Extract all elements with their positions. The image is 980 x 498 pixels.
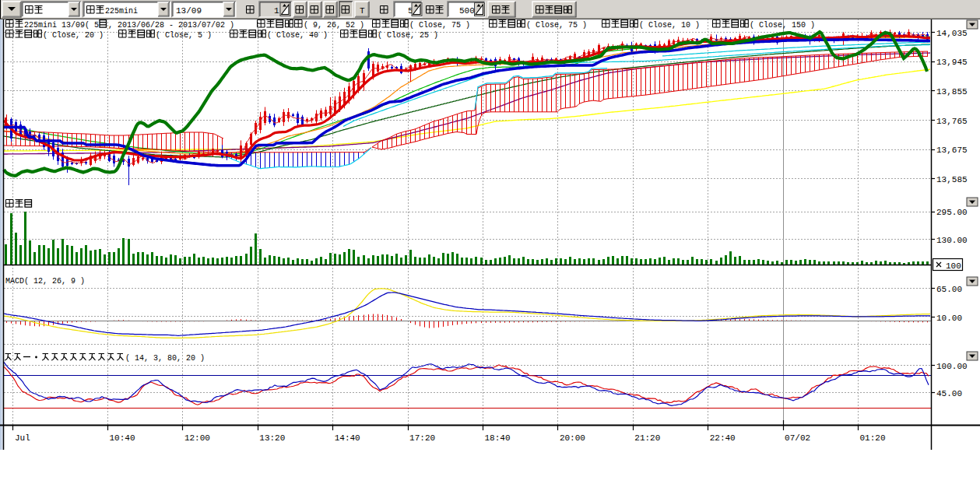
svg-text:100.00: 100.00 — [936, 362, 968, 371]
svg-text:( Close, 150 ): ( Close, 150 ) — [750, 21, 815, 30]
svg-text:500: 500 — [459, 6, 475, 16]
svg-text:, 2013/06/28 - 2013/07/02 ): , 2013/06/28 - 2013/07/02 ) — [108, 21, 234, 30]
svg-text:( Close, 75 ): ( Close, 75 ) — [409, 21, 470, 30]
svg-text:( Close, 75 ): ( Close, 75 ) — [526, 21, 587, 30]
svg-text:14,035: 14,035 — [936, 29, 968, 38]
svg-text:20:00: 20:00 — [560, 433, 585, 443]
svg-text:1: 1 — [274, 6, 279, 16]
svg-text:13,945: 13,945 — [936, 58, 968, 67]
svg-text:225mini: 225mini — [105, 7, 138, 16]
svg-text:13,675: 13,675 — [936, 146, 968, 155]
svg-text:( Close, 40 ): ( Close, 40 ) — [267, 31, 328, 40]
svg-text:13:20: 13:20 — [259, 433, 285, 443]
svg-text:( Close, 10 ): ( Close, 10 ) — [639, 21, 700, 30]
svg-text:Jul: Jul — [15, 433, 30, 443]
svg-text:10:40: 10:40 — [110, 433, 135, 443]
svg-text:22:40: 22:40 — [710, 433, 736, 443]
svg-text:T: T — [360, 6, 365, 16]
svg-text:13/09: 13/09 — [176, 6, 202, 16]
svg-text:10.00: 10.00 — [936, 314, 962, 323]
svg-text:01:20: 01:20 — [860, 433, 886, 443]
svg-text:65.00: 65.00 — [936, 285, 962, 294]
svg-text:14:40: 14:40 — [335, 433, 360, 443]
svg-text:13,855: 13,855 — [936, 87, 968, 96]
svg-text:( 14, 3, 80, 20 ): ( 14, 3, 80, 20 ) — [125, 354, 205, 363]
svg-text:18:40: 18:40 — [485, 433, 511, 443]
svg-text:( Close, 25 ): ( Close, 25 ) — [378, 31, 438, 40]
svg-text:45.00: 45.00 — [936, 389, 962, 398]
svg-text:13,765: 13,765 — [936, 117, 968, 126]
svg-text:17:20: 17:20 — [409, 433, 435, 443]
svg-text:295.00: 295.00 — [936, 208, 968, 217]
svg-text:100: 100 — [946, 261, 961, 271]
svg-text:225mini 13/09( 5: 225mini 13/09( 5 — [24, 21, 99, 30]
svg-text:( Close, 20 ): ( Close, 20 ) — [43, 31, 104, 40]
svg-text:07/02: 07/02 — [785, 433, 810, 443]
svg-text:12:00: 12:00 — [184, 433, 210, 443]
svg-text:( 9, 26, 52 ): ( 9, 26, 52 ) — [304, 21, 364, 30]
svg-text:( Close, 5 ): ( Close, 5 ) — [156, 31, 212, 40]
svg-text:130.00: 130.00 — [936, 236, 968, 245]
svg-text:21:20: 21:20 — [634, 433, 660, 443]
svg-text:13,585: 13,585 — [936, 175, 968, 184]
svg-text:MACD( 12, 26, 9 ): MACD( 12, 26, 9 ) — [5, 277, 85, 286]
